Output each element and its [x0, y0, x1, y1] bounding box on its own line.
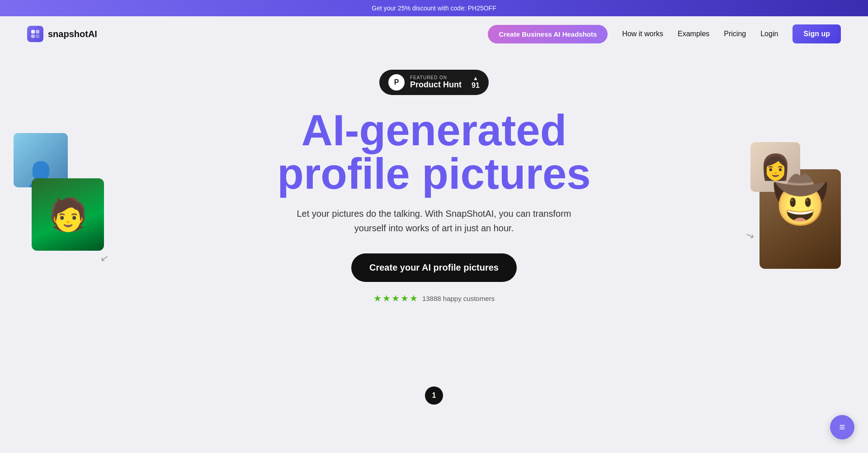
ph-vote-count: 91	[472, 81, 480, 90]
scroll-number: 1	[432, 391, 436, 400]
nav-links: Create Business AI Headshots How it work…	[488, 24, 841, 43]
ph-featured-on-label: FEATURED ON	[410, 75, 447, 80]
svg-rect-2	[31, 34, 35, 38]
customer-count: 13888 happy customers	[422, 295, 495, 302]
logo-text: snapshotAI	[48, 29, 97, 39]
nav-pricing-link[interactable]: Pricing	[724, 30, 746, 38]
nav-how-it-works-link[interactable]: How it works	[622, 30, 663, 38]
chat-icon: ≡	[840, 421, 845, 433]
right-image-cluster: 👩 🤠 ↙	[760, 142, 841, 269]
svg-rect-1	[36, 30, 39, 33]
banner-text: Get your 25% discount with code: PH25OFF	[372, 5, 496, 12]
hero-section: 👤 🧑 ↙ P FEATURED ON Product Hunt ▲ 91 AI…	[0, 52, 868, 414]
product-hunt-text: FEATURED ON Product Hunt	[410, 75, 462, 90]
ph-votes: ▲ 91	[472, 75, 480, 90]
svg-rect-0	[31, 30, 35, 33]
top-banner: Get your 25% discount with code: PH25OFF	[0, 0, 868, 16]
ph-arrow-icon: ▲	[473, 75, 478, 81]
chat-bubble-button[interactable]: ≡	[830, 415, 854, 439]
nav-create-headshots-button[interactable]: Create Business AI Headshots	[488, 25, 608, 43]
nav-signup-button[interactable]: Sign up	[793, 24, 841, 43]
hero-image-after: 🧑	[32, 178, 104, 251]
hero-image-right-after: 🤠	[760, 169, 841, 269]
left-arrow-icon: ↙	[99, 252, 109, 265]
scroll-indicator[interactable]: 1	[425, 386, 443, 405]
logo-icon	[27, 26, 43, 42]
hero-title-line1: AI-generated	[302, 106, 567, 154]
hero-title-line2: profile pictures	[277, 149, 590, 198]
nav-examples-link[interactable]: Examples	[678, 30, 709, 38]
logo[interactable]: snapshotAI	[27, 26, 97, 42]
star-rating: ★★★★★	[373, 293, 419, 304]
social-proof-row: ★★★★★ 13888 happy customers	[373, 293, 495, 304]
ph-product-name: Product Hunt	[410, 80, 462, 90]
hero-title: AI-generated profile pictures	[277, 109, 590, 196]
svg-rect-3	[36, 34, 39, 38]
nav-login-link[interactable]: Login	[760, 30, 778, 38]
navbar: snapshotAI Create Business AI Headshots …	[0, 16, 868, 52]
hero-subtitle: Let your pictures do the talking. With S…	[289, 206, 579, 235]
product-hunt-badge[interactable]: P FEATURED ON Product Hunt ▲ 91	[379, 70, 489, 95]
left-image-cluster: 👤 🧑 ↙	[27, 151, 104, 251]
right-arrow-icon: ↙	[744, 229, 756, 243]
product-hunt-logo: P	[388, 74, 405, 91]
hero-cta-button[interactable]: Create your AI profile pictures	[351, 253, 517, 282]
